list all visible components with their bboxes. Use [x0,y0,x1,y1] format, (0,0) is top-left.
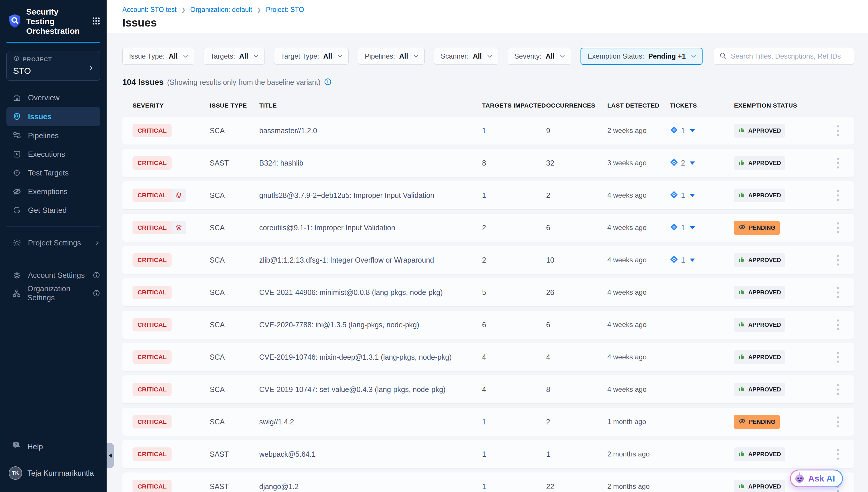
sidebar-item-issues[interactable]: Issues [6,107,100,126]
sidebar-item-get-started[interactable]: Get Started [0,201,107,220]
targets-impacted: 1 [482,191,546,200]
last-detected: 1 month ago [607,418,670,426]
chevron-left-icon [109,453,112,458]
table-row[interactable]: CRITICAL SCA swig//1.4.2 1 2 1 month ago… [122,408,854,436]
sidebar-item-organization-settings[interactable]: Organization Settings [0,284,107,302]
help-button[interactable]: ? Help [0,438,107,455]
row-menu-button[interactable] [835,156,841,170]
row-menu-button[interactable] [835,415,841,429]
jira-ticket-icon [670,191,678,200]
row-menu-button[interactable] [835,350,841,364]
row-menu-button[interactable] [835,285,841,300]
issues-table-body: CRITICAL SCA bassmaster//1.2.0 1 9 2 wee… [122,117,854,492]
issue-title: webpack@5.64.1 [259,450,482,459]
filter-value: All [546,52,555,60]
ticket-link[interactable]: 1 [670,223,695,232]
exemption-status-label: APPROVED [748,127,781,134]
sidebar-item-pipelines[interactable]: Pipelines [0,126,107,145]
nav-grid-icon[interactable] [91,16,101,27]
breadcrumb-organization-link[interactable]: Organization: default [190,6,252,14]
table-row[interactable]: CRITICAL SCA CVE-2021-44906: minimist@0.… [122,278,854,306]
row-menu-button[interactable] [835,124,841,138]
breadcrumb-project-link[interactable]: Project: STO [266,6,304,14]
severity-badge: CRITICAL [133,415,172,428]
table-row[interactable]: CRITICAL SAST B324: hashlib 8 32 3 weeks… [122,149,854,177]
exemption-status-label: APPROVED [748,321,781,328]
search-input[interactable] [731,52,848,60]
thumbs-up-icon [738,256,745,264]
layers-icon [172,221,186,234]
table-row[interactable]: CRITICAL SCA CVE-2019-10746: mixin-deep@… [122,343,854,371]
ask-ai-mascot-icon [794,472,806,485]
table-row[interactable]: CRITICAL SCA CVE-2019-10747: set-value@0… [122,375,854,403]
filter-label: Issue Type: [129,52,164,60]
exemption-status-label: PENDING [749,419,775,425]
breadcrumb-account-link[interactable]: Account: STO test [122,6,177,14]
column-severity: SEVERITY [133,102,210,109]
row-menu-button[interactable] [835,383,841,397]
jira-ticket-icon [670,126,678,135]
occurrences: 2 [546,418,607,426]
chevron-down-icon [337,54,343,58]
filter-scanner[interactable]: Scanner:All [434,48,498,65]
last-detected: 2 months ago [607,483,670,491]
ticket-count: 1 [681,224,685,232]
exemption-status-badge: APPROVED [734,156,785,170]
ticket-link[interactable]: 1 [670,126,695,135]
row-menu-button[interactable] [835,188,841,202]
ticket-link[interactable]: 1 [670,191,695,200]
sidebar-collapse-handle[interactable] [107,443,114,468]
issue-title: CVE-2021-44906: minimist@0.0.8 (lang-pkg… [259,288,482,297]
table-row[interactable]: CRITICAL SCA zlib@1:1.2.13.dfsg-1: Integ… [122,246,854,274]
filter-value: All [399,52,408,60]
row-menu-button[interactable] [835,447,841,461]
table-row[interactable]: CRITICAL SCA gnutls28@3.7.9-2+deb12u5: I… [122,181,854,209]
last-detected: 2 weeks ago [607,126,670,135]
sidebar-item-overview[interactable]: Overview [0,88,107,107]
ask-ai-button[interactable]: Ask AI [790,470,843,487]
row-menu-button[interactable] [835,318,841,332]
exemption-status-label: APPROVED [748,289,781,296]
targets-impacted: 6 [482,321,546,329]
row-menu-button[interactable] [835,253,841,267]
table-row[interactable]: CRITICAL SAST django@1.2 1 22 2 months a… [122,472,854,492]
exemption-status-badge: APPROVED [734,350,785,364]
thumbs-up-icon [738,159,745,167]
filter-severity[interactable]: Severity:All [508,48,571,65]
table-row[interactable]: CRITICAL SCA coreutils@9.1-1: Improper I… [122,214,854,242]
chevron-down-icon [691,54,696,58]
severity-badge: CRITICAL [133,447,172,461]
sidebar-item-executions[interactable]: Executions [0,145,107,164]
sidebar-item-project-settings[interactable]: Project Settings [0,234,107,252]
issues-count: 104 Issues [122,77,164,87]
column-tickets: TICKETS [670,102,734,109]
targets-impacted: 1 [482,483,546,491]
filter-targets[interactable]: Targets:All [204,48,265,65]
row-menu-button[interactable] [835,221,841,235]
filter-label: Scanner: [441,52,469,60]
table-row[interactable]: CRITICAL SCA bassmaster//1.2.0 1 9 2 wee… [122,117,854,145]
ticket-link[interactable]: 2 [670,158,695,168]
thumbs-up-icon [738,385,745,394]
issue-type: SAST [210,159,259,167]
ticket-link[interactable]: 1 [670,255,695,265]
project-selector[interactable]: PROJECT STO [6,51,100,81]
sidebar-item-test-targets[interactable]: Test Targets [0,164,107,182]
get-started-icon [12,206,22,215]
filter-pipelines[interactable]: Pipelines:All [358,48,425,65]
filter-issue-type[interactable]: Issue Type:All [122,48,194,65]
filter-target-type[interactable]: Target Type:All [274,48,349,65]
filter-value: All [169,52,178,60]
table-row[interactable]: CRITICAL SCA CVE-2020-7788: ini@1.3.5 (l… [122,311,854,339]
sidebar-item-exemptions[interactable]: Exemptions [0,182,107,201]
severity-badge: CRITICAL [133,480,172,492]
table-row[interactable]: CRITICAL SAST webpack@5.64.1 1 1 2 month… [122,440,854,468]
occurrences: 32 [546,159,607,167]
user-menu[interactable]: TK Teja Kummarikuntla [0,463,107,483]
sidebar-item-account-settings[interactable]: Account Settings [0,266,107,284]
chevron-right-icon [95,239,100,246]
filter-exemption-status[interactable]: Exemption Status:Pending +1 [580,48,703,65]
info-icon[interactable] [324,78,332,87]
occurrences: 10 [546,256,607,264]
caret-down-icon [690,162,695,165]
